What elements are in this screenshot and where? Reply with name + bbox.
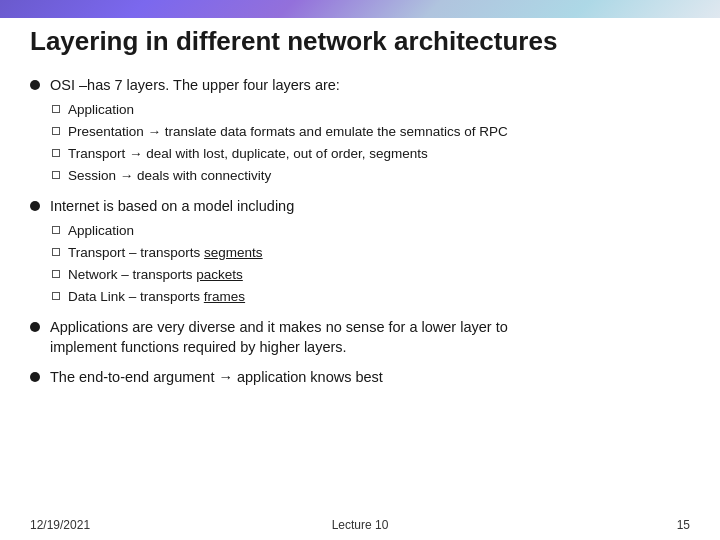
sub-square — [52, 292, 60, 300]
internet-sub-bullets: Application Transport – transports segme… — [52, 222, 690, 307]
slide-footer: 12/19/2021 Lecture 10 15 — [30, 518, 690, 532]
sub-bullet-transport-internet: Transport – transports segments — [52, 244, 690, 263]
bullet-dot-internet — [30, 201, 40, 211]
sub-bullet-application2: Application — [52, 222, 690, 241]
internet-main-text: Internet is based on a model including — [50, 196, 294, 216]
sub-bullet-application1: Application — [52, 101, 690, 120]
sub-text-presentation: Presentation → translate data formats an… — [68, 123, 508, 142]
underline-packets: packets — [196, 267, 243, 282]
slide-title: Layering in different network architectu… — [30, 26, 690, 57]
end-to-end-main-text: The end-to-end argument → application kn… — [50, 367, 383, 387]
osi-sub-bullets: Application Presentation → translate dat… — [52, 101, 690, 186]
section-end-to-end: The end-to-end argument → application kn… — [30, 367, 690, 387]
sub-square — [52, 226, 60, 234]
bullet-end-to-end: The end-to-end argument → application kn… — [30, 367, 690, 387]
sub-text-transport-osi: Transport → deal with lost, duplicate, o… — [68, 145, 428, 164]
sub-bullet-datalink: Data Link – transports frames — [52, 288, 690, 307]
bullet-osi: OSI –has 7 layers. The upper four layers… — [30, 75, 690, 95]
bullet-internet: Internet is based on a model including — [30, 196, 690, 216]
sub-bullet-network: Network – transports packets — [52, 266, 690, 285]
diverse-main-text: Applications are very diverse and it mak… — [50, 317, 508, 358]
footer-lecture: Lecture 10 — [332, 518, 389, 532]
sub-square — [52, 105, 60, 113]
section-internet: Internet is based on a model including A… — [30, 196, 690, 307]
bullet-dot-diverse — [30, 322, 40, 332]
sub-square — [52, 270, 60, 278]
sub-bullet-presentation: Presentation → translate data formats an… — [52, 123, 690, 142]
sub-text-application2: Application — [68, 222, 134, 241]
bullet-dot-osi — [30, 80, 40, 90]
section-diverse: Applications are very diverse and it mak… — [30, 317, 690, 358]
bullet-dot-end-to-end — [30, 372, 40, 382]
sub-text-datalink: Data Link – transports frames — [68, 288, 245, 307]
sub-square — [52, 149, 60, 157]
footer-page: 15 — [677, 518, 690, 532]
underline-segments: segments — [204, 245, 263, 260]
bullet-diverse: Applications are very diverse and it mak… — [30, 317, 690, 358]
slide: Layering in different network architectu… — [0, 0, 720, 540]
slide-content: Layering in different network architectu… — [30, 22, 690, 500]
top-banner — [0, 0, 720, 18]
sub-bullet-transport-osi: Transport → deal with lost, duplicate, o… — [52, 145, 690, 164]
sub-square — [52, 127, 60, 135]
sub-text-network: Network – transports packets — [68, 266, 243, 285]
underline-frames: frames — [204, 289, 245, 304]
sub-bullet-session: Session → deals with connectivity — [52, 167, 690, 186]
sub-text-application1: Application — [68, 101, 134, 120]
sub-square — [52, 248, 60, 256]
footer-date: 12/19/2021 — [30, 518, 90, 532]
osi-main-text: OSI –has 7 layers. The upper four layers… — [50, 75, 340, 95]
sub-text-transport-internet: Transport – transports segments — [68, 244, 263, 263]
sub-square — [52, 171, 60, 179]
section-osi: OSI –has 7 layers. The upper four layers… — [30, 75, 690, 186]
sub-text-session: Session → deals with connectivity — [68, 167, 271, 186]
